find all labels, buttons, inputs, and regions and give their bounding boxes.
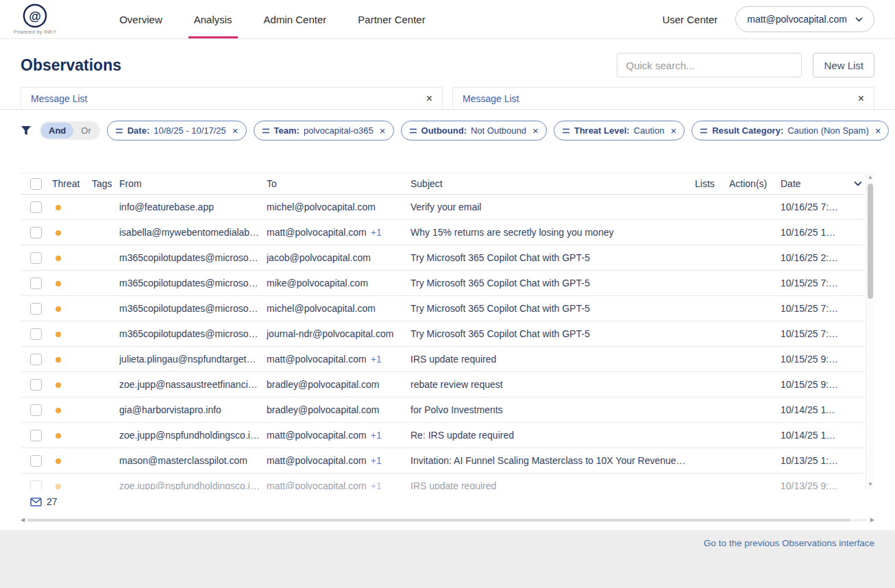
- table-row[interactable]: m365copilotupdates@microsoft.c... journa…: [21, 321, 865, 347]
- remove-filter-icon[interactable]: ×: [380, 125, 386, 136]
- date-text: 10/15/25 7:36 PM: [781, 278, 846, 289]
- table-row[interactable]: m365copilotupdates@microsoft.c... jacob@…: [21, 245, 865, 271]
- collapse-columns-icon[interactable]: [846, 181, 865, 186]
- to-address: bradley@polvocapital.com: [267, 379, 379, 390]
- row-checkbox[interactable]: [30, 455, 42, 467]
- chip-value: Caution (Non Spam): [787, 125, 869, 136]
- remove-filter-icon[interactable]: ×: [232, 125, 238, 136]
- chip-value: polvocapital-o365: [304, 125, 373, 136]
- horizontal-scrollbar-thumb[interactable]: [27, 519, 850, 522]
- chip-value: Not Outbound: [471, 125, 526, 136]
- table-row[interactable]: zoe.jupp@nassaustreetfinancialad... brad…: [21, 372, 865, 397]
- remove-filter-icon[interactable]: ×: [875, 125, 881, 136]
- col-subject: Subject: [410, 178, 695, 189]
- nav-admin-center[interactable]: Admin Center: [261, 0, 330, 38]
- scroll-up-icon[interactable]: ▲: [866, 173, 874, 182]
- filter-chip-result-category[interactable]: Result Category: Caution (Non Spam) ×: [691, 121, 889, 140]
- nav-partner-center[interactable]: Partner Center: [355, 0, 428, 38]
- filter-section: And Or Date: 10/8/25 - 10/17/25 × Team: …: [0, 110, 895, 173]
- horizontal-scrollbar-track[interactable]: [27, 519, 868, 522]
- horizontal-scrollbar[interactable]: ◀ ▶: [21, 515, 874, 524]
- additional-recipients-badge[interactable]: +1: [371, 354, 382, 365]
- filter-chip-outbound[interactable]: Outbound: Not Outbound ×: [401, 121, 547, 140]
- subject-text: Verify your email: [410, 201, 695, 212]
- subject-text: Try Microsoft 365 Copilot Chat with GPT-…: [410, 278, 695, 289]
- scroll-right-icon[interactable]: ▶: [870, 517, 874, 523]
- previous-interface-link[interactable]: Go to the previous Observations interfac…: [704, 538, 874, 548]
- table-row[interactable]: zoe.jupp@nspfundholdingsco.info matt@pol…: [21, 423, 865, 448]
- filter-chip-threat-level[interactable]: Threat Level: Caution ×: [554, 121, 685, 140]
- table-row[interactable]: julieta.plingau@nspfundtargetsour... mat…: [21, 347, 865, 372]
- filter-funnel-icon[interactable]: [21, 125, 32, 136]
- remove-filter-icon[interactable]: ×: [532, 125, 539, 136]
- message-count: 27: [47, 496, 58, 507]
- table-row[interactable]: zoe.jupp@nspfundholdingsco.info matt@pol…: [21, 474, 865, 489]
- col-lists: Lists: [695, 178, 729, 189]
- filter-condition-icon: [115, 128, 123, 134]
- threat-caution-dot: [56, 205, 61, 210]
- threat-caution-dot: [56, 306, 61, 312]
- table-row[interactable]: mason@masterclasspilot.com matt@polvocap…: [21, 448, 865, 474]
- table-row[interactable]: isabella@mywebentomedialabs.co matt@polv…: [21, 220, 865, 245]
- col-to: To: [267, 178, 410, 189]
- to-address: bradley@polvocapital.com: [267, 404, 379, 415]
- row-checkbox[interactable]: [30, 354, 42, 365]
- vertical-scrollbar-thumb[interactable]: [868, 184, 873, 299]
- nav-analysis[interactable]: Analysis: [191, 0, 235, 38]
- row-checkbox[interactable]: [30, 430, 42, 441]
- date-text: 10/15/25 9:21 AM: [781, 354, 846, 365]
- quick-search-input[interactable]: [617, 53, 802, 77]
- from-address: zoe.jupp@nspfundholdingsco.info: [119, 480, 267, 489]
- new-list-button[interactable]: New List: [813, 53, 874, 77]
- subject-text: Re: IRS update required: [410, 430, 695, 441]
- filter-chip-team[interactable]: Team: polvocapital-o365 ×: [254, 121, 394, 140]
- date-text: 10/13/25 9:51 AM: [781, 480, 846, 489]
- message-table: Threat Tags From To Subject Lists Action…: [21, 173, 874, 489]
- chip-label: Threat Level:: [574, 125, 630, 136]
- additional-recipients-badge[interactable]: +1: [371, 430, 382, 441]
- powered-by-label: Powered by INKY: [14, 29, 56, 35]
- table-row[interactable]: gia@harborvistapro.info bradley@polvocap…: [21, 397, 865, 423]
- and-toggle[interactable]: And: [41, 123, 73, 138]
- scroll-left-icon[interactable]: ◀: [21, 517, 25, 523]
- subject-text: IRS update required: [410, 354, 695, 365]
- close-tab-icon[interactable]: ×: [858, 93, 864, 104]
- row-checkbox[interactable]: [30, 227, 42, 238]
- table-row[interactable]: m365copilotupdates@microsoft.c... michel…: [21, 296, 865, 321]
- additional-recipients-badge[interactable]: +1: [371, 455, 382, 466]
- scroll-down-icon[interactable]: ▼: [866, 480, 874, 489]
- chip-label: Team:: [274, 125, 299, 136]
- chevron-down-icon: [855, 17, 863, 22]
- user-center-link[interactable]: User Center: [662, 14, 718, 25]
- subject-text: rebate review request: [410, 379, 695, 390]
- account-menu[interactable]: matt@polvocapital.com: [735, 6, 874, 32]
- row-checkbox[interactable]: [30, 252, 42, 264]
- subject-text: Try Microsoft 365 Copilot Chat with GPT-…: [410, 303, 695, 314]
- nav-overview[interactable]: Overview: [117, 0, 165, 38]
- close-tab-icon[interactable]: ×: [426, 93, 432, 104]
- row-checkbox[interactable]: [30, 379, 42, 391]
- row-checkbox[interactable]: [30, 480, 42, 489]
- select-all-checkbox[interactable]: [30, 178, 42, 190]
- remove-filter-icon[interactable]: ×: [670, 125, 676, 136]
- from-address: isabella@mywebentomedialabs.co: [119, 227, 267, 238]
- additional-recipients-badge[interactable]: +1: [371, 227, 382, 238]
- envelope-icon: [30, 498, 42, 506]
- page-header: Observations New List: [0, 39, 895, 87]
- row-checkbox[interactable]: [30, 303, 42, 315]
- row-checkbox[interactable]: [30, 278, 42, 289]
- date-text: 10/13/25 1:52 PM: [781, 455, 846, 466]
- to-address: michel@polvocapital.com: [267, 303, 376, 314]
- row-checkbox[interactable]: [30, 328, 42, 340]
- tab-message-list-1[interactable]: Message List ×: [21, 87, 443, 109]
- or-toggle[interactable]: Or: [73, 123, 98, 138]
- inky-logo-icon: @: [23, 3, 47, 28]
- table-row[interactable]: info@featurebase.app michel@polvocapital…: [21, 195, 865, 220]
- row-checkbox[interactable]: [30, 201, 42, 213]
- tab-message-list-2[interactable]: Message List ×: [452, 87, 874, 109]
- table-row[interactable]: m365copilotupdates@microsoft.c... mike@p…: [21, 271, 865, 296]
- filter-chip-date[interactable]: Date: 10/8/25 - 10/17/25 ×: [107, 121, 247, 140]
- row-checkbox[interactable]: [30, 404, 42, 416]
- additional-recipients-badge[interactable]: +1: [371, 480, 382, 489]
- vertical-scrollbar[interactable]: ▲ ▼: [866, 173, 874, 489]
